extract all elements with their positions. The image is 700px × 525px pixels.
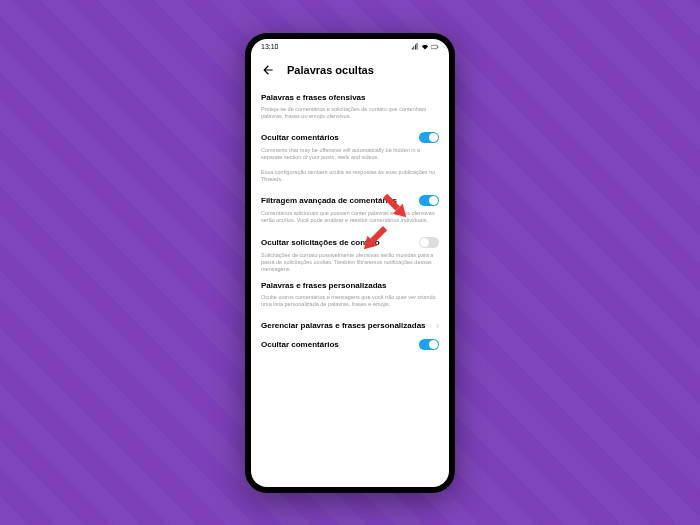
status-time: 13:10 (261, 43, 279, 50)
hide-requests-toggle[interactable] (419, 237, 439, 248)
section-offensive-desc: Proteja-se de comentários e solicitações… (261, 106, 439, 120)
hide-comments-label: Ocultar comentários (261, 133, 419, 142)
hide-requests-label: Ocultar solicitações de contato (261, 238, 419, 247)
hide-comments-desc: Comments that may be offensive will auto… (261, 147, 439, 161)
section-custom-title: Palavras e frases personalizadas (261, 281, 439, 290)
header: Palavras ocultas (251, 55, 449, 87)
svg-rect-0 (431, 45, 437, 48)
section-custom-desc: Oculte outros comentários e mensagens qu… (261, 294, 439, 308)
signal-icon (411, 43, 419, 51)
hide-requests-desc: Solicitações de contato possivelmente of… (261, 252, 439, 273)
row-hide-requests: Ocultar solicitações de contato (261, 233, 439, 252)
hide-comments-2-toggle[interactable] (419, 339, 439, 350)
battery-icon (431, 43, 439, 51)
status-bar: 13:10 (251, 39, 449, 55)
status-icons (411, 43, 439, 51)
phone-frame: 13:10 Palavras ocultas Palavras e frases… (245, 33, 455, 493)
hide-comments-desc2: Essa configuração também oculta as respo… (261, 169, 439, 183)
hide-comments-toggle[interactable] (419, 132, 439, 143)
advanced-filter-desc: Comentários adicionais que possam conter… (261, 210, 439, 224)
svg-rect-1 (438, 46, 439, 48)
row-hide-comments-2: Ocultar comentários (261, 335, 439, 354)
chevron-right-icon: › (436, 320, 439, 331)
row-manage-words[interactable]: Gerenciar palavras e frases personalizad… (261, 316, 439, 335)
advanced-filter-toggle[interactable] (419, 195, 439, 206)
page-title: Palavras ocultas (287, 64, 374, 76)
manage-words-label: Gerenciar palavras e frases personalizad… (261, 321, 436, 330)
back-arrow-icon[interactable] (261, 63, 275, 77)
wifi-icon (421, 43, 429, 51)
screen: 13:10 Palavras ocultas Palavras e frases… (251, 39, 449, 487)
content: Palavras e frases ofensivas Proteja-se d… (251, 87, 449, 487)
hide-comments-2-label: Ocultar comentários (261, 340, 419, 349)
row-advanced-filter: Filtragem avançada de comentários (261, 191, 439, 210)
row-hide-comments: Ocultar comentários (261, 128, 439, 147)
section-offensive-title: Palavras e frases ofensivas (261, 93, 439, 102)
